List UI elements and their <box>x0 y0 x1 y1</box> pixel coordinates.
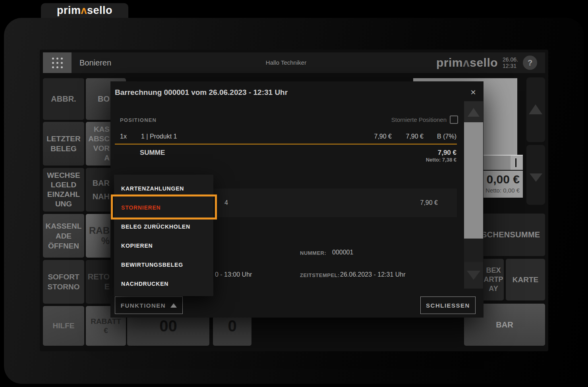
positions-heading: POSITIONEN <box>120 117 157 123</box>
scroll-up-icon <box>468 108 480 117</box>
schliessen-button[interactable]: SCHLIESSEN <box>420 297 476 314</box>
header-brand-logo: primʌsello <box>436 56 498 69</box>
storno-filter-checkbox[interactable] <box>450 116 458 124</box>
scrollbar-down-button[interactable] <box>464 262 483 289</box>
page-title: Bonieren <box>79 52 111 73</box>
position-qty: 1x <box>120 130 127 143</box>
key-barentnahme-label: BAR NAH <box>86 168 110 212</box>
user-greeting: Hallo Techniker <box>222 52 350 73</box>
main-menu-button[interactable] <box>43 52 72 73</box>
key-abbr[interactable]: ABBR. <box>43 78 84 120</box>
menu-item-bewirtungsbeleg[interactable]: BEWIRTUNGSBELEG <box>114 255 213 274</box>
key-rabatt-prozent-label: RAB % <box>86 214 110 258</box>
funktionen-arrow-up-icon <box>170 303 177 308</box>
funktionen-label: FUNKTIONEN <box>121 302 166 309</box>
timestamp-value: 26.06.2023 - 12:31 Uhr <box>340 271 406 278</box>
karte-button[interactable]: KARTE <box>506 259 545 300</box>
arrow-down-icon <box>530 173 542 182</box>
storno-filter-label: Stornierte Positionen <box>391 116 447 123</box>
key-retoure-label: RETO E <box>86 260 110 304</box>
help-button[interactable]: ? <box>523 56 537 70</box>
dialog-title: Barrechnung 000001 vom 26.06.2023 - 12:3… <box>115 88 288 97</box>
grid-menu-icon <box>52 58 63 68</box>
key-kassenlade-oeffnen[interactable]: KASSENL ADE ÖFFNEN <box>43 214 84 258</box>
receipt-input-highlight <box>511 156 523 170</box>
key-bon-label: BO <box>86 78 110 120</box>
payment-amount: 7,90 € <box>420 199 438 206</box>
detail-time-fragment: 0 - 13:00 Uhr <box>215 271 252 278</box>
brand-logo: primʌsello <box>57 4 112 17</box>
kartpay-label: BEX ARTP AY <box>483 266 504 293</box>
receipt-scroll-up-button[interactable] <box>526 77 545 142</box>
close-icon[interactable]: ✕ <box>467 87 479 98</box>
menu-item-beleg-zurueckholen[interactable]: BELEG ZURÜCKHOLEN <box>114 217 213 236</box>
arrow-up-icon <box>529 104 542 114</box>
position-tax: B (7%) <box>437 130 456 143</box>
summe-rule <box>115 144 457 144</box>
position-total-price: 7,90 € <box>406 130 424 143</box>
position-row[interactable]: 1x 1 | Produkt 1 7,90 € 7,90 € B (7%) <box>110 130 484 143</box>
summe-label: SUMME <box>140 147 165 158</box>
schliessen-label: SCHLIESSEN <box>426 302 470 309</box>
positions-scrollbar[interactable] <box>464 101 483 289</box>
brand-logo-tab: primʌsello <box>41 3 128 18</box>
payment-time-fragment: 4 <box>224 199 228 206</box>
key-kassenabschluss-label: KAS ABSC VOR A <box>86 122 110 166</box>
scrollbar-thumb[interactable] <box>464 122 483 239</box>
menu-item-kopieren[interactable]: KOPIEREN <box>114 236 213 255</box>
funktionen-menu: KARTENZAHLUNGEN STORNIEREN BELEG ZURÜCKH… <box>114 175 213 296</box>
header-datetime: 26.06.12:31 <box>503 56 518 69</box>
brand-caret-icon: ʌ <box>81 4 87 16</box>
funktionen-button[interactable]: FUNKTIONEN <box>115 297 183 314</box>
number-label: NUMMER: <box>300 250 326 256</box>
header-brand-caret-icon: ʌ <box>463 56 470 69</box>
stornieren-highlight-box <box>111 194 217 219</box>
scrollbar-up-button[interactable] <box>464 101 483 122</box>
key-wechselgeld-einzahlung[interactable]: WECHSE LGELD EINZAHL UNG <box>43 168 84 212</box>
receipt-scroll-down-button[interactable] <box>526 145 545 205</box>
key-hilfe[interactable]: HILFE <box>43 306 84 346</box>
key-letzter-beleg[interactable]: LETZTER BELEG <box>43 122 84 166</box>
scroll-down-icon <box>467 271 480 280</box>
text-cursor <box>515 158 516 167</box>
timestamp-label: ZEITSTEMPEL: <box>300 272 340 278</box>
position-name: 1 | Produkt 1 <box>141 130 177 143</box>
number-value: 000001 <box>332 249 353 256</box>
netto-value: Netto: 7,38 € <box>426 157 456 163</box>
menu-item-nachdrucken[interactable]: NACHDRUCKEN <box>114 274 213 293</box>
position-unit-price: 7,90 € <box>374 130 392 143</box>
key-sofort-storno[interactable]: SOFORT STORNO <box>43 260 84 304</box>
